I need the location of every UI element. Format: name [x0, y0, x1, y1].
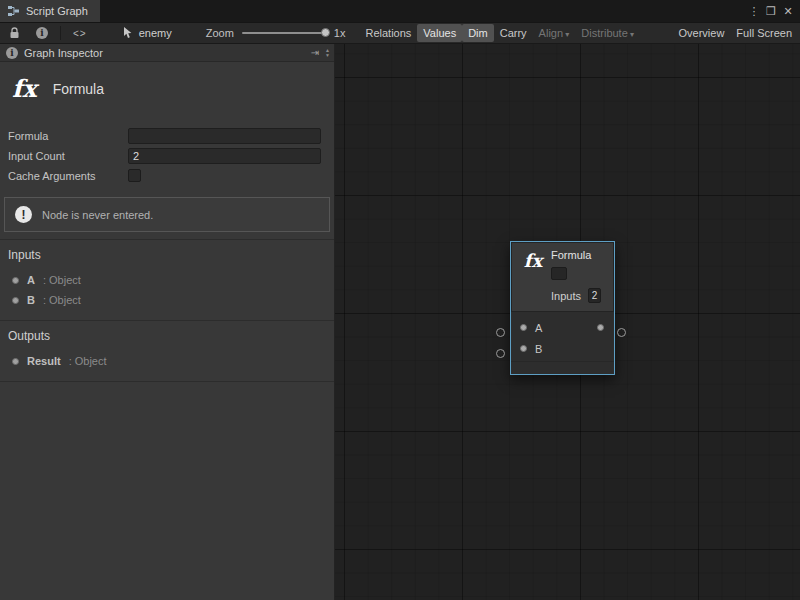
output-port-result-icon[interactable]: [597, 324, 604, 331]
inspector-header: i Graph Inspector ⇥ ▲▼: [0, 44, 334, 62]
graph-toolbar: i <> enemy Zoom 1x Relations Values Dim …: [0, 22, 800, 44]
cache-arguments-label: Cache Arguments: [8, 170, 128, 182]
node-port-row-a: A: [511, 317, 614, 338]
warning-icon: !: [15, 206, 32, 223]
cache-arguments-field-row: Cache Arguments: [8, 167, 334, 184]
zoom-label: Zoom: [206, 27, 234, 39]
node-port-row-b: B: [511, 338, 614, 359]
node-type-title: Formula: [53, 81, 104, 97]
pointer-icon: [123, 27, 134, 39]
node-inputs-label: Inputs: [551, 290, 581, 302]
node-ports: A B: [511, 311, 614, 361]
port-name: A: [27, 274, 35, 286]
relations-button[interactable]: Relations: [359, 24, 417, 42]
lock-icon[interactable]: [6, 25, 22, 41]
zoom-knob[interactable]: [321, 28, 330, 37]
port-name: Result: [27, 355, 61, 367]
zoom-slider[interactable]: [242, 32, 326, 34]
port-label: A: [535, 322, 542, 334]
input-count-input[interactable]: 2: [128, 148, 321, 164]
port-dot-icon: [12, 277, 19, 284]
port-type: : Object: [43, 294, 81, 306]
formula-field-row: Formula: [8, 127, 334, 144]
node-formula-input[interactable]: [551, 267, 567, 280]
info-icon: i: [6, 47, 18, 59]
fx-icon: fx: [515, 249, 551, 303]
maximize-icon[interactable]: ❒: [763, 2, 779, 20]
tab-bar: Script Graph ⋮ ❒ ✕: [0, 0, 800, 22]
tab-script-graph[interactable]: Script Graph: [0, 0, 100, 22]
outputs-section: Outputs Result : Object: [0, 320, 334, 382]
port-type: : Object: [69, 355, 107, 367]
overview-button[interactable]: Overview: [673, 24, 731, 42]
toolbar-divider: [60, 26, 61, 40]
script-graph-window: Script Graph ⋮ ❒ ✕ i <> enemy Zoom 1x: [0, 0, 800, 600]
distribute-button[interactable]: Distribute: [575, 24, 640, 42]
graph-inspector-panel: i Graph Inspector ⇥ ▲▼ fx Formula Formul…: [0, 44, 335, 600]
formula-input[interactable]: [128, 128, 321, 144]
port-label: B: [535, 343, 542, 355]
fx-icon: fx: [12, 74, 37, 103]
close-icon[interactable]: ✕: [780, 2, 796, 20]
graph-target[interactable]: enemy: [123, 27, 172, 39]
inspector-node-title: fx Formula: [0, 62, 334, 127]
port-dot-icon: [12, 297, 19, 304]
input-port-b-icon[interactable]: [520, 345, 527, 352]
external-port-result-icon[interactable]: [617, 328, 626, 337]
port-type: : Object: [43, 274, 81, 286]
align-button[interactable]: Align: [533, 24, 576, 42]
cache-arguments-checkbox[interactable]: [128, 169, 141, 182]
input-count-label: Input Count: [8, 150, 128, 162]
inputs-section: Inputs A : Object B : Object: [0, 239, 334, 320]
input-count-field-row: Input Count 2: [8, 147, 334, 164]
formula-node[interactable]: fx Formula Inputs 2 A: [510, 241, 615, 375]
values-button[interactable]: Values: [417, 24, 462, 42]
menu-icon[interactable]: ⋮: [746, 2, 762, 20]
formula-field-label: Formula: [8, 130, 128, 142]
graph-canvas[interactable]: fx Formula Inputs 2 A: [335, 44, 800, 600]
node-footer: [511, 361, 614, 374]
inspector-title: Graph Inspector: [24, 47, 103, 59]
target-name: enemy: [139, 27, 172, 39]
inspector-fields: Formula Input Count 2 Cache Arguments: [0, 127, 334, 184]
node-header: fx Formula Inputs 2: [511, 242, 614, 311]
warning-box: ! Node is never entered.: [4, 197, 330, 232]
node-inputs-count-input[interactable]: 2: [588, 288, 601, 303]
dim-button[interactable]: Dim: [462, 24, 494, 42]
port-dot-icon: [12, 358, 19, 365]
code-icon[interactable]: <>: [73, 25, 87, 41]
node-title: Formula: [551, 249, 608, 261]
zoom-value: 1x: [334, 27, 346, 39]
outputs-heading: Outputs: [0, 329, 334, 343]
graph-icon: [8, 5, 20, 17]
window-controls: ⋮ ❒ ✕: [746, 0, 800, 22]
carry-button[interactable]: Carry: [494, 24, 533, 42]
input-port-row-a: A : Object: [0, 270, 334, 290]
inputs-heading: Inputs: [0, 248, 334, 262]
input-port-row-b: B : Object: [0, 290, 334, 310]
port-name: B: [27, 294, 35, 306]
info-icon[interactable]: i: [36, 25, 48, 41]
external-port-a-icon[interactable]: [496, 328, 505, 337]
external-port-b-icon[interactable]: [496, 349, 505, 358]
fullscreen-button[interactable]: Full Screen: [730, 24, 798, 42]
scroll-arrows-icon[interactable]: ▲▼: [325, 48, 330, 58]
output-port-row-result: Result : Object: [0, 351, 334, 371]
warning-text: Node is never entered.: [42, 209, 153, 221]
tab-label: Script Graph: [26, 5, 88, 17]
input-port-a-icon[interactable]: [520, 324, 527, 331]
dock-icon[interactable]: ⇥: [311, 47, 319, 58]
